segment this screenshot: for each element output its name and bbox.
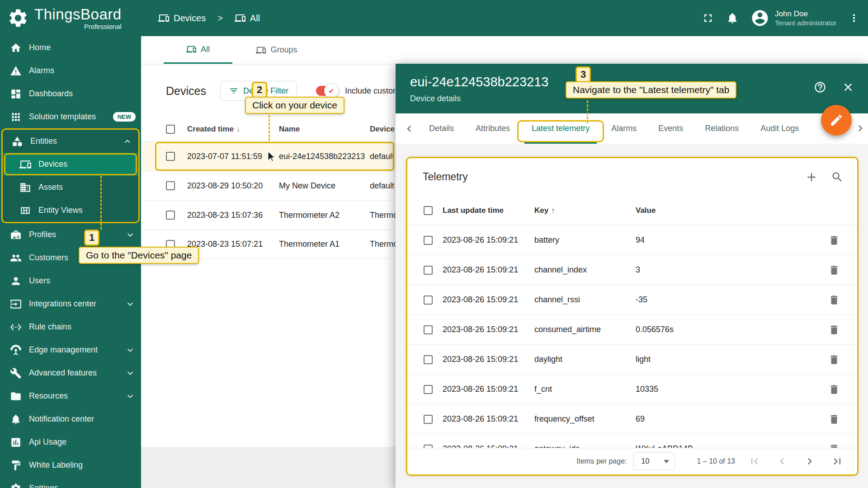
sidebar-item-entity-views[interactable]: Entity Views — [3, 199, 138, 222]
sort-asc-icon: ↑ — [551, 206, 555, 214]
sidebar-item-integrations-center[interactable]: Integrations center — [0, 292, 141, 315]
sidebar-item-notification-center[interactable]: Notification center — [0, 408, 141, 431]
row-checkbox[interactable] — [424, 415, 433, 424]
delete-icon[interactable] — [828, 264, 840, 276]
users-icon — [10, 275, 22, 287]
column-key[interactable]: Key↑ — [534, 206, 636, 215]
row-checkbox[interactable] — [424, 266, 433, 275]
row-checkbox[interactable] — [424, 296, 433, 305]
tab-latest-telemetry[interactable]: Latest telemetry — [521, 113, 600, 144]
tab-events[interactable]: Events — [647, 113, 694, 144]
tab-alarms[interactable]: Alarms — [600, 113, 647, 144]
tab-relations[interactable]: Relations — [694, 113, 750, 144]
home-icon — [10, 42, 22, 54]
toggle-check-icon: ✔ — [324, 84, 339, 98]
integrations-icon — [10, 298, 22, 310]
breadcrumb-all[interactable]: All — [235, 13, 260, 23]
tab-attributes[interactable]: Attributes — [465, 113, 521, 144]
row-checkbox[interactable] — [424, 355, 433, 364]
tab-groups[interactable]: Groups — [232, 36, 321, 64]
delete-icon[interactable] — [828, 413, 840, 425]
column-name[interactable]: Name — [279, 125, 370, 134]
sidebar-item-users[interactable]: Users — [0, 269, 141, 292]
assets-icon — [19, 182, 31, 193]
include-customers-toggle[interactable]: ✔ — [316, 86, 337, 96]
user-account[interactable]: John Doe Tenant administrator — [750, 9, 836, 28]
search-icon[interactable] — [831, 171, 844, 183]
sidebar-item-solution-templates[interactable]: Solution templates NEW — [0, 105, 141, 128]
sidebar-item-alarms[interactable]: Alarms — [0, 59, 141, 82]
row-checkbox[interactable] — [424, 445, 433, 448]
sidebar-item-edge-management[interactable]: Edge management — [0, 338, 141, 361]
delete-icon[interactable] — [828, 235, 840, 246]
tabs-scroll-right-icon[interactable] — [853, 113, 868, 143]
next-page-icon[interactable] — [803, 455, 816, 468]
add-telemetry-icon[interactable] — [805, 170, 818, 184]
settings-icon — [10, 483, 22, 488]
step2-label: Click on your device — [245, 97, 344, 114]
telemetry-row: 2023-08-26 15:09:21 f_cnt 10335 — [407, 375, 857, 404]
column-last-update-time[interactable]: Last update time — [443, 206, 534, 215]
devices-icon — [235, 13, 245, 23]
fullscreen-icon[interactable] — [702, 12, 714, 24]
tabs-scroll-left-icon[interactable] — [400, 113, 418, 144]
last-page-icon[interactable] — [831, 455, 844, 468]
sidebar-item-entities[interactable]: Entities — [3, 130, 138, 153]
help-icon[interactable] — [814, 81, 826, 94]
step3-label: Navigate to the "Latest telemetry" tab — [566, 81, 736, 99]
select-all-checkbox[interactable] — [424, 206, 433, 215]
sidebar-item-rule-chains[interactable]: Rule chains — [0, 315, 141, 338]
telemetry-row: 2023-08-26 15:09:21 frequency_offset 69 — [407, 404, 857, 434]
edit-device-fab[interactable] — [821, 105, 852, 136]
row-checkbox[interactable] — [166, 211, 175, 220]
delete-icon[interactable] — [828, 354, 840, 366]
first-page-icon[interactable] — [748, 455, 761, 468]
panel-tabs: Details Attributes Latest telemetry Alar… — [396, 113, 868, 144]
row-checkbox[interactable] — [166, 152, 175, 161]
column-created-time[interactable]: Created time↓ — [187, 125, 279, 134]
telemetry-row: 2023-08-26 15:09:21 channel_index 3 — [407, 255, 857, 285]
tab-all[interactable]: All — [164, 36, 232, 64]
app-name: ThingsBoard — [34, 7, 122, 22]
edit-pencil-icon — [829, 113, 844, 127]
edge-management-icon — [10, 344, 22, 356]
notifications-bell-icon[interactable] — [726, 12, 739, 24]
devices-icon — [158, 13, 169, 23]
telemetry-row: 2023-08-26 15:09:21 channel_rssi -35 — [407, 285, 857, 315]
sidebar-item-white-labeling[interactable]: White Labeling — [0, 454, 141, 477]
alarm-icon — [10, 65, 22, 77]
column-value[interactable]: Value — [636, 206, 857, 215]
row-checkbox[interactable] — [166, 181, 175, 190]
white-labeling-icon — [10, 460, 22, 471]
row-checkbox[interactable] — [424, 236, 433, 245]
delete-icon[interactable] — [828, 384, 840, 395]
breadcrumb-devices[interactable]: Devices — [158, 13, 206, 23]
items-per-page-select[interactable]: 10 — [633, 452, 675, 470]
chevron-down-icon — [125, 368, 136, 379]
sidebar-item-assets[interactable]: Assets — [3, 176, 138, 199]
delete-icon[interactable] — [828, 324, 840, 336]
sidebar-item-advanced-features[interactable]: Advanced features — [0, 361, 141, 385]
user-role: Tenant administrator — [775, 19, 836, 27]
more-menu-icon[interactable] — [848, 12, 860, 24]
previous-page-icon[interactable] — [776, 455, 788, 468]
row-checkbox[interactable] — [424, 325, 433, 334]
sidebar-item-dashboards[interactable]: Dashboards — [0, 82, 141, 105]
close-icon[interactable] — [842, 81, 854, 94]
profiles-icon — [10, 229, 22, 241]
delete-icon[interactable] — [828, 443, 840, 448]
sidebar-item-api-usage[interactable]: Api Usage — [0, 431, 141, 454]
sidebar-item-settings[interactable]: Settings — [0, 477, 141, 488]
tab-details[interactable]: Details — [418, 113, 465, 144]
sidebar-item-home[interactable]: Home — [0, 36, 141, 59]
row-checkbox[interactable] — [424, 385, 433, 394]
sidebar-item-profiles[interactable]: Profiles — [0, 223, 141, 246]
tab-audit-logs[interactable]: Audit Logs — [750, 113, 810, 144]
select-all-checkbox[interactable] — [166, 125, 175, 134]
telemetry-row: 2023-08-26 15:09:21 daylight light — [407, 345, 857, 375]
breadcrumb: Devices > All — [158, 13, 260, 23]
delete-icon[interactable] — [828, 294, 840, 306]
sidebar-item-resources[interactable]: Resources — [0, 385, 141, 408]
sidebar-item-devices[interactable]: Devices — [3, 153, 138, 176]
app-logo[interactable]: ThingsBoard Professional — [0, 7, 141, 30]
